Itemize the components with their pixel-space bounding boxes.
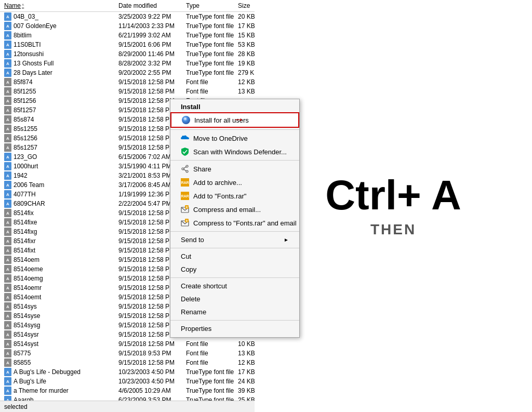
file-name: 1942 <box>14 172 28 179</box>
file-size: 279 KB <box>238 69 255 76</box>
table-row[interactable]: A 85f1255 9/15/2018 12:58 PM Font file 1… <box>0 87 255 96</box>
file-name: 8514oeme <box>14 265 43 273</box>
file-type-icon: A <box>4 368 11 376</box>
menu-separator-3 <box>170 231 299 232</box>
file-name: 8514fixg <box>14 228 37 235</box>
table-row[interactable]: A 11S0BLTI 9/15/2001 6:06 PM TrueType fo… <box>0 40 255 49</box>
file-name-cell: A 85f1257 <box>4 106 118 114</box>
column-header-type[interactable]: Type <box>186 2 238 9</box>
column-header-size[interactable]: Size <box>238 2 255 9</box>
file-name: 8514fixe <box>14 219 37 226</box>
file-type: TrueType font file <box>186 60 238 67</box>
table-row[interactable]: A 85f874 9/15/2018 12:58 PM Font file 12… <box>0 77 255 87</box>
svg-line-4 <box>184 169 186 171</box>
file-date: 11/14/2003 2:33 PM <box>118 22 186 30</box>
table-row[interactable]: A a Theme for murder 4/6/2005 10:29 AM T… <box>0 386 255 395</box>
menu-item-compress-email[interactable]: R Compress and email... <box>170 203 299 216</box>
file-name: a Theme for murder <box>14 387 69 394</box>
file-name-cell: A 85s874 <box>4 115 118 124</box>
menu-item-properties[interactable]: Properties <box>170 322 299 335</box>
table-row[interactable]: A 8bitlim 6/21/1999 3:02 AM TrueType fon… <box>0 31 255 40</box>
file-name: 8514oem <box>14 256 39 263</box>
file-type: TrueType font file <box>186 69 238 76</box>
file-name-cell: A a Theme for murder <box>4 387 118 395</box>
file-type-icon: A <box>4 256 11 264</box>
share-icon <box>181 165 189 173</box>
file-name-cell: A 8514oemr <box>4 284 118 292</box>
file-type-icon: A <box>4 97 11 105</box>
file-type: TrueType font file <box>186 50 238 58</box>
file-name: A Bug's Life - Debugged <box>14 368 81 376</box>
column-header-name[interactable]: Name ^ <box>4 2 118 9</box>
menu-item-rename[interactable]: Rename <box>170 305 299 318</box>
table-row[interactable]: A 007 GoldenEye 11/14/2003 2:33 PM TrueT… <box>0 21 255 31</box>
file-name: 6809CHAR <box>14 200 45 207</box>
file-name-cell: A 8514oemg <box>4 274 118 283</box>
menu-item-add-archive[interactable]: RAR Add to archive... <box>170 176 299 189</box>
file-name: 85f1257 <box>14 107 36 114</box>
menu-item-copy[interactable]: Copy <box>170 263 299 276</box>
menu-item-move-onedrive[interactable]: Move to OneDrive <box>170 131 299 145</box>
file-name-cell: A 8514fixe <box>4 218 118 227</box>
menu-item-create-shortcut[interactable]: Create shortcut <box>170 280 299 293</box>
menu-item-cut[interactable]: Cut <box>170 250 299 263</box>
file-type-icon: A <box>4 50 11 58</box>
table-row[interactable]: A 28 Days Later 9/20/2002 2:55 PM TrueTy… <box>0 68 255 77</box>
file-name: 123_GO <box>14 153 37 161</box>
file-size: 53 KB <box>238 41 255 48</box>
table-row[interactable]: A 04B_03_ 3/25/2003 9:22 PM TrueType fon… <box>0 12 255 21</box>
file-name: 4077TH <box>14 191 36 198</box>
file-date: 10/23/2003 4:50 PM <box>118 378 186 385</box>
file-name-cell: A 1942 <box>4 171 118 180</box>
table-row[interactable]: A A Bug's Life - Debugged 10/23/2003 4:5… <box>0 367 255 377</box>
file-name: 8514sysg <box>14 322 40 329</box>
file-type: Font file <box>186 78 238 86</box>
file-type: TrueType font file <box>186 22 238 30</box>
file-type-icon: A <box>4 153 11 161</box>
file-name-cell: A 28 Days Later <box>4 69 118 77</box>
onedrive-icon <box>181 134 189 142</box>
file-type-icon: A <box>4 12 11 21</box>
file-name-cell: A 85s1255 <box>4 125 118 133</box>
file-size: 12 KB <box>238 359 255 366</box>
file-size: 39 KB <box>238 387 255 394</box>
menu-item-send-to[interactable]: Send to ► <box>170 233 299 246</box>
file-date: 4/6/2005 10:29 AM <box>118 387 186 394</box>
file-name-cell: A 2006 Team <box>4 181 118 189</box>
svg-point-1 <box>182 168 184 170</box>
table-row[interactable]: A 85855 9/15/2018 12:58 PM Font file 12 … <box>0 358 255 367</box>
table-row[interactable]: A A Bug's Life 10/23/2003 4:50 PM TrueTy… <box>0 377 255 386</box>
red-arrow-indicator: ← <box>233 113 244 127</box>
table-row[interactable]: A 85775 9/15/2018 9:53 PM Font file 13 K… <box>0 349 255 358</box>
file-date: 9/15/2018 9:53 PM <box>118 350 186 357</box>
menu-item-share[interactable]: Share <box>170 162 299 176</box>
menu-item-scan-defender[interactable]: Scan with Windows Defender... <box>170 145 299 158</box>
file-name-cell: A A Bug's Life <box>4 377 118 386</box>
menu-item-delete[interactable]: Delete <box>170 293 299 305</box>
menu-separator-4 <box>170 248 299 248</box>
file-name: 85f874 <box>14 78 33 86</box>
file-name: 8514fix <box>14 209 34 217</box>
menu-item-add-fonts-rar[interactable]: RAR Add to "Fonts.rar" <box>170 189 299 203</box>
file-type-icon: A <box>4 59 11 68</box>
file-type: TrueType font file <box>186 13 238 20</box>
menu-item-install[interactable]: Install <box>170 101 299 112</box>
file-type-icon: A <box>4 218 11 227</box>
menu-item-compress-fonts-email[interactable]: R Compress to "Fonts.rar" and email <box>170 216 299 230</box>
table-row[interactable]: A 13 Ghosts Full 8/28/2002 3:32 PM TrueT… <box>0 59 255 68</box>
file-type-icon: A <box>4 377 11 386</box>
svg-text:R: R <box>186 206 188 209</box>
file-type-icon: A <box>4 106 11 114</box>
table-row[interactable]: A 8514syst 9/15/2018 12:58 PM Font file … <box>0 339 255 349</box>
status-bar: selected <box>0 401 255 412</box>
table-row[interactable]: A 12tonsushi 8/29/2000 11:46 PM TrueType… <box>0 49 255 59</box>
file-name: 04B_03_ <box>14 13 38 20</box>
column-header-date[interactable]: Date modified <box>118 2 186 9</box>
file-type: Font file <box>186 350 238 357</box>
file-type-icon: A <box>4 78 11 86</box>
file-type-icon: A <box>4 387 11 395</box>
file-type-icon: A <box>4 200 11 208</box>
file-size: 20 KB <box>238 13 255 20</box>
file-size: 28 KB <box>238 50 255 58</box>
file-name-cell: A 85855 <box>4 358 118 367</box>
